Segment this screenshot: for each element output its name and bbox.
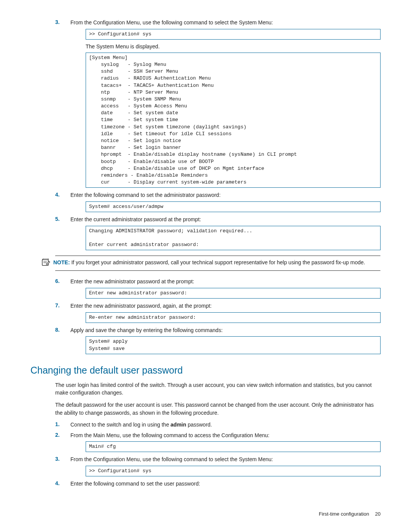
step-number: 3. (55, 19, 60, 25)
divider (55, 270, 381, 271)
step-7: 7. Enter the new administrator password,… (55, 302, 381, 323)
step-list-c: 6. Enter the new administrator password … (55, 278, 381, 354)
step-number: 5. (55, 216, 60, 222)
step-list-a: 3. From the Configuration Menu, use the … (55, 19, 381, 188)
step-text: Enter the current administrator password… (70, 216, 381, 224)
step-text: Apply and save the change by entering th… (70, 327, 381, 334)
step-d4: 4. Enter the following command to set th… (55, 480, 381, 488)
code-block: System# apply System# save (86, 336, 381, 354)
step-text: From the Configuration Menu, use the fol… (70, 19, 381, 27)
step-4: 4. Enter the following command to set th… (55, 192, 381, 212)
step-text: Enter the new administrator password, ag… (70, 302, 381, 310)
system-menu-code: [System Menu] syslog - Syslog Menu sshd … (86, 53, 381, 188)
step-3: 3. From the Configuration Menu, use the … (55, 19, 381, 188)
footer-label: First-time configuration (319, 511, 369, 517)
code-block: Main# cfg (86, 441, 381, 452)
step-text: Enter the new administrator password at … (70, 278, 381, 286)
step-text: Enter the following command to set the a… (70, 192, 381, 199)
code-block: >> Configuration# sys (86, 29, 381, 40)
step-aftertext: The System Menu is displayed. (86, 43, 381, 50)
step-d3: 3. From the Configuration Menu, use the … (55, 456, 381, 476)
page-footer: First-time configuration 20 (319, 511, 381, 517)
step-number: 2. (55, 432, 60, 438)
step-d1: 1. Connect to the switch and log in usin… (55, 421, 381, 429)
step-5: 5. Enter the current administrator passw… (55, 216, 381, 250)
code-block: Changing ADMINISTRATOR password; validat… (86, 226, 381, 251)
code-block: Enter new administrator password: (86, 288, 381, 299)
text-bold: admin (170, 422, 186, 428)
step-number: 7. (55, 302, 60, 308)
step-8: 8. Apply and save the change by entering… (55, 327, 381, 354)
step-d2: 2. From the Main Menu, use the following… (55, 432, 381, 452)
note-text: NOTE: If you forget your administrator p… (53, 259, 381, 266)
step-text: Enter the following command to set the u… (70, 480, 381, 488)
code-block: >> Configuration# sys (86, 466, 381, 476)
section-heading: Changing the default user password (30, 365, 381, 376)
main-content: 3. From the Configuration Menu, use the … (30, 19, 381, 488)
step-number: 4. (55, 192, 60, 198)
note-label: NOTE: (53, 259, 70, 265)
body-paragraph: The user login has limited control of th… (55, 381, 381, 397)
code-block: System# access/user/admpw (86, 201, 381, 212)
page-number: 20 (375, 511, 381, 517)
step-number: 1. (55, 421, 60, 427)
step-text: From the Configuration Menu, use the fol… (70, 456, 381, 463)
step-number: 4. (55, 480, 60, 486)
step-number: 3. (55, 456, 60, 462)
step-list-d: 1. Connect to the switch and log in usin… (55, 421, 381, 488)
note-body: NOTE: If you forget your administrator p… (42, 256, 381, 270)
body-paragraph: The default password for the user accoun… (55, 401, 381, 417)
code-block: Re-enter new administrator password: (86, 312, 381, 323)
note-content: If you forget your administrator passwor… (70, 259, 365, 265)
step-6: 6. Enter the new administrator password … (55, 278, 381, 299)
note-block: NOTE: If you forget your administrator p… (55, 256, 381, 271)
step-number: 6. (55, 278, 60, 284)
pencil-note-icon (42, 259, 53, 267)
step-text: Connect to the switch and log in using t… (70, 421, 381, 429)
pencil-note-icon-svg (42, 259, 50, 266)
page: 3. From the Configuration Menu, use the … (0, 0, 411, 532)
step-list-b: 4. Enter the following command to set th… (55, 192, 381, 250)
step-text: From the Main Menu, use the following co… (70, 432, 381, 439)
step-number: 8. (55, 327, 60, 333)
text-pre: Connect to the switch and log in using t… (70, 422, 170, 428)
text-post: password. (186, 422, 212, 428)
